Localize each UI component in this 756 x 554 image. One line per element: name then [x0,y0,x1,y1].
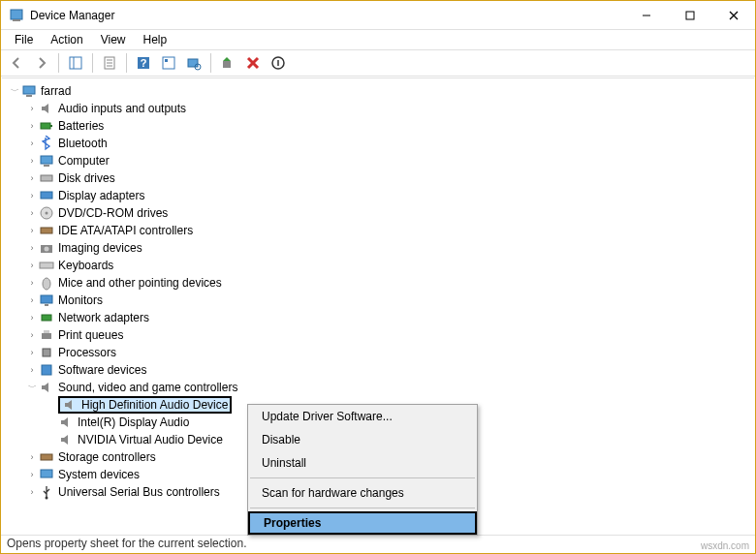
tree-node-software-devices[interactable]: ›Software devices [4,361,754,379]
properties-button[interactable] [98,52,121,74]
expand-icon[interactable]: › [25,171,39,185]
battery-icon [39,118,54,134]
tree-node-computer[interactable]: ›Computer [4,152,754,169]
menubar: File Action View Help [1,30,755,49]
tree-label: Keyboards [58,259,113,272]
svg-rect-37 [41,295,52,303]
tree-label: Disk drives [58,171,115,185]
speaker-icon [58,432,74,447]
ctx-scan-hardware[interactable]: Scan for hardware changes [248,481,477,505]
expand-icon[interactable]: › [25,137,39,150]
tree-node-bluetooth[interactable]: ›Bluetooth [4,135,754,152]
ctx-label: Scan for hardware changes [262,486,404,500]
expand-icon[interactable]: › [25,311,39,324]
statusbar: Opens property sheet for the current sel… [1,535,755,553]
scan-hardware-button[interactable] [182,52,205,74]
help-button[interactable]: ? [132,52,155,74]
toolbar-separator [126,53,127,73]
titlebar: Device Manager [1,1,755,30]
tree-label: High Definition Audio Device [81,398,228,412]
tree-root[interactable]: ﹀ farrad [4,82,754,100]
svg-rect-28 [41,175,52,181]
expand-icon[interactable]: › [25,363,39,377]
tree-node-mice[interactable]: ›Mice and other pointing devices [4,274,754,292]
tree-node-sound[interactable]: ﹀Sound, video and game controllers [4,379,754,396]
expand-icon[interactable]: › [25,346,39,359]
camera-icon [39,240,54,256]
svg-rect-16 [188,59,198,67]
tree-node-imaging[interactable]: ›Imaging devices [4,239,754,257]
monitor-icon [39,292,54,308]
tree-label: IDE ATA/ATAPI controllers [58,224,193,237]
tree-label: Sound, video and game controllers [58,381,237,394]
svg-rect-24 [41,123,50,129]
minimize-button[interactable] [624,1,668,29]
ctx-label: Uninstall [262,456,306,470]
tree-node-disk[interactable]: ›Disk drives [4,169,754,187]
tree-node-audio-io[interactable]: ›Audio inputs and outputs [4,100,754,117]
expand-icon[interactable]: › [25,154,39,168]
svg-rect-44 [41,454,52,460]
collapse-icon[interactable]: ﹀ [8,84,21,98]
tree-node-network[interactable]: ›Network adapters [4,309,754,326]
usb-icon [39,484,54,500]
expand-icon[interactable]: › [25,206,39,220]
tree-node-ide[interactable]: ›IDE ATA/ATAPI controllers [4,222,754,239]
controller-icon [39,223,54,238]
svg-point-31 [46,212,48,215]
expand-icon[interactable]: › [25,189,39,202]
show-hide-console-tree-button[interactable] [64,52,87,74]
tree-node-printq[interactable]: ›Print queues [4,326,754,344]
svg-rect-15 [165,59,168,62]
update-driver-button[interactable] [216,52,239,74]
menu-help[interactable]: Help [136,31,175,48]
computer-icon [39,153,54,169]
action-button[interactable] [157,52,180,74]
svg-rect-25 [50,125,52,127]
ctx-disable[interactable]: Disable [248,428,477,451]
ctx-properties[interactable]: Properties [248,511,477,535]
tree-node-monitors[interactable]: ›Monitors [4,292,754,309]
mouse-icon [39,275,54,291]
tree-node-dvd[interactable]: ›DVD/CD-ROM drives [4,204,754,222]
ctx-uninstall[interactable]: Uninstall [248,451,477,475]
expand-icon[interactable]: › [25,293,39,307]
window-title: Device Manager [30,9,624,22]
menu-file[interactable]: File [7,31,41,48]
expand-icon[interactable]: › [25,224,39,237]
tree-node-batteries[interactable]: ›Batteries [4,117,754,135]
watermark: wsxdn.com [701,540,749,551]
tree-node-display[interactable]: ›Display adapters [4,187,754,204]
ctx-update-driver[interactable]: Update Driver Software... [248,405,477,428]
expand-icon[interactable]: › [25,468,39,481]
computer-icon [21,83,37,99]
collapse-icon[interactable]: ﹀ [25,381,39,394]
expand-icon[interactable]: › [25,450,39,464]
expand-icon[interactable]: › [25,485,39,499]
expand-icon[interactable]: › [25,259,39,272]
forward-button[interactable] [30,52,53,74]
expand-icon[interactable]: › [25,328,39,342]
svg-rect-18 [223,61,231,68]
app-icon [9,8,24,23]
expand-icon[interactable]: › [25,241,39,255]
close-button[interactable] [711,1,755,29]
menu-view[interactable]: View [93,31,134,48]
uninstall-button[interactable] [241,52,265,74]
svg-point-36 [43,278,50,290]
expand-icon[interactable]: › [25,119,39,133]
tree-label: System devices [58,468,140,481]
tree-node-keyboards[interactable]: ›Keyboards [4,257,754,274]
tree-label: Network adapters [58,311,149,324]
tree-label: DVD/CD-ROM drives [58,206,168,220]
maximize-button[interactable] [668,1,711,29]
back-button[interactable] [5,52,28,74]
disable-button[interactable] [267,52,290,74]
tree-label: Intel(R) Display Audio [78,416,189,429]
expand-icon[interactable]: › [25,102,39,115]
toolbar-separator [58,53,59,73]
expand-icon[interactable]: › [25,276,39,290]
tree-node-processors[interactable]: ›Processors [4,344,754,361]
menu-action[interactable]: Action [43,31,90,48]
speaker-icon [62,397,78,413]
